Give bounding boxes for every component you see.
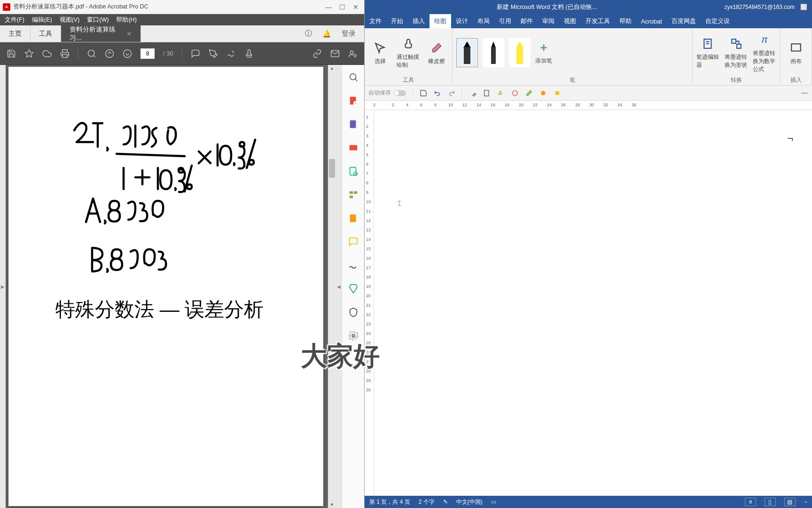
comment-icon[interactable] bbox=[191, 49, 200, 58]
protect-icon[interactable] bbox=[348, 307, 359, 318]
page-up-icon[interactable] bbox=[105, 49, 114, 58]
tab-references[interactable]: 引用 bbox=[494, 14, 516, 28]
star-icon[interactable] bbox=[24, 49, 34, 58]
tab-design[interactable]: 设计 bbox=[451, 14, 473, 28]
tab-baidu[interactable]: 百度网盘 bbox=[667, 14, 701, 28]
enhance-icon[interactable] bbox=[348, 213, 359, 224]
bell-icon[interactable]: 🔔 bbox=[322, 30, 331, 38]
word-page-canvas[interactable]: ⌶ ¬ bbox=[374, 110, 812, 496]
undo-icon[interactable] bbox=[434, 89, 441, 97]
scroll-down-arrow[interactable]: ▼ bbox=[328, 502, 336, 507]
pen-black-thick[interactable] bbox=[456, 38, 478, 67]
left-pane-toggle[interactable]: ▶ bbox=[0, 65, 6, 508]
redo-icon[interactable] bbox=[448, 89, 455, 97]
status-insert-icon[interactable]: ▭ bbox=[491, 499, 496, 505]
menu-file[interactable]: 文件(F) bbox=[1, 15, 28, 25]
tab-insert[interactable]: 插入 bbox=[408, 14, 429, 28]
tab-draw[interactable]: 绘图 bbox=[429, 14, 451, 28]
zoom-out-button[interactable]: − bbox=[804, 499, 807, 505]
link-icon[interactable] bbox=[312, 49, 322, 58]
menu-window[interactable]: 窗口(W) bbox=[83, 15, 112, 25]
send-tool-icon[interactable] bbox=[348, 283, 359, 294]
color-qat-icon[interactable] bbox=[539, 89, 547, 97]
vertical-scrollbar[interactable]: ▲ ▼ bbox=[328, 65, 336, 508]
search-tool-icon[interactable] bbox=[348, 71, 359, 83]
sign-icon[interactable] bbox=[226, 49, 236, 58]
close-button[interactable]: ✕ bbox=[353, 3, 359, 11]
toggle-switch-icon[interactable] bbox=[394, 90, 406, 96]
stamp-icon[interactable] bbox=[244, 49, 254, 58]
comment-icon2[interactable] bbox=[348, 236, 359, 247]
pen-qat-icon[interactable] bbox=[469, 89, 476, 97]
create-pdf-icon[interactable]: + bbox=[348, 95, 359, 106]
tab-document[interactable]: 资料分析速算练习... ✕ bbox=[61, 25, 141, 42]
ink-to-math-button[interactable]: π 将墨迹转换为数学公式 bbox=[753, 32, 776, 73]
menu-help[interactable]: 帮助(H) bbox=[112, 15, 140, 25]
view-read-icon[interactable]: ≡ bbox=[745, 498, 756, 506]
shape-qat-icon[interactable] bbox=[511, 89, 519, 97]
login-link[interactable]: 登录 bbox=[342, 29, 356, 38]
window-control-icon[interactable]: ⬜ bbox=[800, 4, 807, 10]
tab-tools[interactable]: 工具 bbox=[31, 25, 61, 42]
print-icon[interactable] bbox=[60, 49, 70, 58]
maximize-button[interactable]: ☐ bbox=[339, 3, 345, 11]
ink-editor-button[interactable]: 笔迹编辑器 bbox=[696, 36, 720, 69]
right-pane-toggle[interactable]: ◀ bbox=[336, 65, 342, 508]
tab-developer[interactable]: 开发工具 bbox=[581, 14, 615, 28]
note-qat-icon[interactable] bbox=[483, 89, 491, 97]
status-wordcount[interactable]: 2 个字 bbox=[419, 498, 435, 506]
edit-pdf-icon[interactable] bbox=[348, 119, 359, 130]
tab-mailings[interactable]: 邮件 bbox=[516, 14, 538, 28]
fill-sign-icon[interactable] bbox=[348, 260, 359, 271]
mail-icon[interactable] bbox=[330, 49, 340, 58]
eraser-button[interactable]: 橡皮擦 bbox=[425, 40, 448, 65]
account-label[interactable]: zyx18275484571@163.com bbox=[724, 4, 795, 10]
pen-yellow-highlighter[interactable] bbox=[509, 38, 531, 67]
organize-icon[interactable] bbox=[348, 189, 359, 200]
tab-acrobat[interactable]: Acrobat bbox=[636, 14, 667, 28]
cloud-icon[interactable] bbox=[42, 49, 52, 58]
tab-review[interactable]: 审阅 bbox=[538, 14, 559, 28]
tab-home[interactable]: 开始 bbox=[386, 14, 408, 28]
highlight-qat-icon[interactable] bbox=[497, 89, 505, 97]
menu-view[interactable]: 视图(V) bbox=[56, 15, 84, 25]
horizontal-ruler[interactable]: 2 2 4 6 8 10 12 14 16 18 20 22 24 26 28 … bbox=[365, 101, 812, 110]
tab-layout[interactable]: 布局 bbox=[473, 14, 494, 28]
comment-tool-icon[interactable] bbox=[348, 166, 359, 177]
more-tools-icon[interactable] bbox=[348, 330, 359, 341]
scroll-up-arrow[interactable]: ▲ bbox=[328, 66, 336, 71]
menu-edit[interactable]: 编辑(E) bbox=[28, 15, 56, 25]
add-pen-button[interactable]: + 添加笔 bbox=[535, 40, 552, 65]
tab-view[interactable]: 视图 bbox=[559, 14, 581, 28]
save-icon[interactable] bbox=[420, 89, 427, 97]
tab-customize[interactable]: 自定义设 bbox=[701, 14, 734, 28]
page-down-icon[interactable] bbox=[123, 49, 132, 58]
zoom-icon[interactable] bbox=[87, 49, 96, 58]
tab-home[interactable]: 主页 bbox=[0, 25, 31, 42]
ink-to-shape-button[interactable]: 将墨迹转换为形状 bbox=[725, 36, 748, 69]
minimize-button[interactable]: — bbox=[325, 3, 332, 11]
tab-file[interactable]: 文件 bbox=[365, 14, 386, 28]
page-viewport[interactable]: 特殊分数法 — 误差分析 bbox=[6, 65, 328, 508]
pen-black-thin[interactable] bbox=[483, 38, 504, 67]
view-print-icon[interactable]: ▯ bbox=[765, 498, 776, 506]
eraser-qat-icon[interactable] bbox=[525, 89, 533, 97]
more-qat-icon[interactable] bbox=[554, 89, 561, 97]
select-button[interactable]: 选择 bbox=[368, 40, 392, 65]
canvas-button[interactable]: 画布 bbox=[784, 40, 808, 65]
page-number-input[interactable] bbox=[141, 48, 155, 59]
export-pdf-icon[interactable] bbox=[348, 142, 359, 153]
share-icon[interactable] bbox=[348, 49, 358, 58]
line-style-icon[interactable] bbox=[801, 89, 808, 97]
view-web-icon[interactable]: ▤ bbox=[784, 498, 796, 506]
touch-draw-button[interactable]: 通过触摸绘制 bbox=[397, 36, 420, 69]
save-icon[interactable] bbox=[7, 49, 16, 58]
autosave-toggle[interactable]: 自动保存 bbox=[368, 89, 406, 97]
tab-close-icon[interactable]: ✕ bbox=[126, 30, 132, 38]
vertical-ruler[interactable]: 1 2 3 4 5 6 7 8 9 10 11 12 13 14 15 16 1… bbox=[365, 110, 374, 496]
status-spellcheck-icon[interactable]: ✎ bbox=[443, 499, 448, 505]
help-icon[interactable]: ⓘ bbox=[305, 29, 312, 38]
tab-help[interactable]: 帮助 bbox=[615, 14, 636, 28]
status-language[interactable]: 中文(中国) bbox=[456, 498, 483, 506]
scroll-thumb[interactable] bbox=[329, 159, 335, 178]
